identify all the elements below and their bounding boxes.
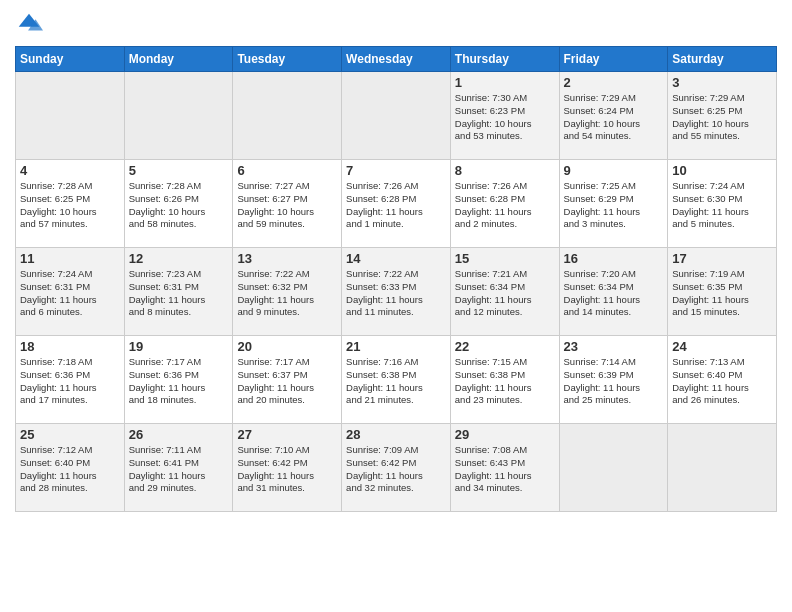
day-info: Sunrise: 7:26 AM Sunset: 6:28 PM Dayligh… [455,180,555,231]
day-number: 23 [564,339,664,354]
day-number: 5 [129,163,229,178]
calendar-cell: 5Sunrise: 7:28 AM Sunset: 6:26 PM Daylig… [124,160,233,248]
day-info: Sunrise: 7:17 AM Sunset: 6:37 PM Dayligh… [237,356,337,407]
day-number: 3 [672,75,772,90]
calendar-cell [124,72,233,160]
calendar: SundayMondayTuesdayWednesdayThursdayFrid… [15,46,777,512]
day-info: Sunrise: 7:08 AM Sunset: 6:43 PM Dayligh… [455,444,555,495]
calendar-cell: 20Sunrise: 7:17 AM Sunset: 6:37 PM Dayli… [233,336,342,424]
week-row-3: 11Sunrise: 7:24 AM Sunset: 6:31 PM Dayli… [16,248,777,336]
day-number: 8 [455,163,555,178]
day-info: Sunrise: 7:29 AM Sunset: 6:25 PM Dayligh… [672,92,772,143]
day-number: 4 [20,163,120,178]
calendar-cell [16,72,125,160]
day-header-row: SundayMondayTuesdayWednesdayThursdayFrid… [16,47,777,72]
day-number: 16 [564,251,664,266]
day-number: 27 [237,427,337,442]
calendar-cell: 10Sunrise: 7:24 AM Sunset: 6:30 PM Dayli… [668,160,777,248]
calendar-cell: 9Sunrise: 7:25 AM Sunset: 6:29 PM Daylig… [559,160,668,248]
week-row-4: 18Sunrise: 7:18 AM Sunset: 6:36 PM Dayli… [16,336,777,424]
calendar-cell: 28Sunrise: 7:09 AM Sunset: 6:42 PM Dayli… [342,424,451,512]
calendar-cell: 12Sunrise: 7:23 AM Sunset: 6:31 PM Dayli… [124,248,233,336]
day-header-wednesday: Wednesday [342,47,451,72]
calendar-cell: 26Sunrise: 7:11 AM Sunset: 6:41 PM Dayli… [124,424,233,512]
calendar-cell: 24Sunrise: 7:13 AM Sunset: 6:40 PM Dayli… [668,336,777,424]
day-number: 6 [237,163,337,178]
day-number: 1 [455,75,555,90]
day-number: 9 [564,163,664,178]
calendar-cell: 17Sunrise: 7:19 AM Sunset: 6:35 PM Dayli… [668,248,777,336]
day-info: Sunrise: 7:24 AM Sunset: 6:31 PM Dayligh… [20,268,120,319]
calendar-cell: 21Sunrise: 7:16 AM Sunset: 6:38 PM Dayli… [342,336,451,424]
day-number: 19 [129,339,229,354]
calendar-cell: 16Sunrise: 7:20 AM Sunset: 6:34 PM Dayli… [559,248,668,336]
day-header-saturday: Saturday [668,47,777,72]
day-info: Sunrise: 7:22 AM Sunset: 6:33 PM Dayligh… [346,268,446,319]
day-number: 18 [20,339,120,354]
calendar-cell: 22Sunrise: 7:15 AM Sunset: 6:38 PM Dayli… [450,336,559,424]
day-info: Sunrise: 7:18 AM Sunset: 6:36 PM Dayligh… [20,356,120,407]
week-row-1: 1Sunrise: 7:30 AM Sunset: 6:23 PM Daylig… [16,72,777,160]
week-row-2: 4Sunrise: 7:28 AM Sunset: 6:25 PM Daylig… [16,160,777,248]
day-number: 12 [129,251,229,266]
header [15,10,777,38]
calendar-cell: 11Sunrise: 7:24 AM Sunset: 6:31 PM Dayli… [16,248,125,336]
day-info: Sunrise: 7:15 AM Sunset: 6:38 PM Dayligh… [455,356,555,407]
day-number: 2 [564,75,664,90]
logo-icon [15,10,43,38]
calendar-cell [668,424,777,512]
calendar-cell [233,72,342,160]
day-info: Sunrise: 7:29 AM Sunset: 6:24 PM Dayligh… [564,92,664,143]
day-header-tuesday: Tuesday [233,47,342,72]
day-header-friday: Friday [559,47,668,72]
day-info: Sunrise: 7:26 AM Sunset: 6:28 PM Dayligh… [346,180,446,231]
day-info: Sunrise: 7:21 AM Sunset: 6:34 PM Dayligh… [455,268,555,319]
calendar-cell: 8Sunrise: 7:26 AM Sunset: 6:28 PM Daylig… [450,160,559,248]
page: SundayMondayTuesdayWednesdayThursdayFrid… [0,0,792,612]
day-number: 7 [346,163,446,178]
calendar-cell: 14Sunrise: 7:22 AM Sunset: 6:33 PM Dayli… [342,248,451,336]
calendar-cell: 27Sunrise: 7:10 AM Sunset: 6:42 PM Dayli… [233,424,342,512]
day-header-thursday: Thursday [450,47,559,72]
calendar-cell [559,424,668,512]
day-info: Sunrise: 7:25 AM Sunset: 6:29 PM Dayligh… [564,180,664,231]
logo [15,10,47,38]
day-info: Sunrise: 7:19 AM Sunset: 6:35 PM Dayligh… [672,268,772,319]
calendar-cell: 23Sunrise: 7:14 AM Sunset: 6:39 PM Dayli… [559,336,668,424]
day-number: 26 [129,427,229,442]
calendar-cell: 13Sunrise: 7:22 AM Sunset: 6:32 PM Dayli… [233,248,342,336]
day-info: Sunrise: 7:12 AM Sunset: 6:40 PM Dayligh… [20,444,120,495]
calendar-cell: 6Sunrise: 7:27 AM Sunset: 6:27 PM Daylig… [233,160,342,248]
day-info: Sunrise: 7:14 AM Sunset: 6:39 PM Dayligh… [564,356,664,407]
calendar-cell: 2Sunrise: 7:29 AM Sunset: 6:24 PM Daylig… [559,72,668,160]
day-info: Sunrise: 7:30 AM Sunset: 6:23 PM Dayligh… [455,92,555,143]
day-info: Sunrise: 7:24 AM Sunset: 6:30 PM Dayligh… [672,180,772,231]
calendar-cell: 3Sunrise: 7:29 AM Sunset: 6:25 PM Daylig… [668,72,777,160]
calendar-cell: 25Sunrise: 7:12 AM Sunset: 6:40 PM Dayli… [16,424,125,512]
day-header-sunday: Sunday [16,47,125,72]
day-number: 10 [672,163,772,178]
calendar-cell: 1Sunrise: 7:30 AM Sunset: 6:23 PM Daylig… [450,72,559,160]
day-number: 11 [20,251,120,266]
day-info: Sunrise: 7:11 AM Sunset: 6:41 PM Dayligh… [129,444,229,495]
day-info: Sunrise: 7:23 AM Sunset: 6:31 PM Dayligh… [129,268,229,319]
day-number: 28 [346,427,446,442]
calendar-cell [342,72,451,160]
day-info: Sunrise: 7:28 AM Sunset: 6:25 PM Dayligh… [20,180,120,231]
day-info: Sunrise: 7:27 AM Sunset: 6:27 PM Dayligh… [237,180,337,231]
calendar-cell: 4Sunrise: 7:28 AM Sunset: 6:25 PM Daylig… [16,160,125,248]
calendar-cell: 19Sunrise: 7:17 AM Sunset: 6:36 PM Dayli… [124,336,233,424]
day-number: 22 [455,339,555,354]
day-number: 20 [237,339,337,354]
day-info: Sunrise: 7:16 AM Sunset: 6:38 PM Dayligh… [346,356,446,407]
calendar-cell: 29Sunrise: 7:08 AM Sunset: 6:43 PM Dayli… [450,424,559,512]
day-info: Sunrise: 7:20 AM Sunset: 6:34 PM Dayligh… [564,268,664,319]
day-number: 21 [346,339,446,354]
day-info: Sunrise: 7:22 AM Sunset: 6:32 PM Dayligh… [237,268,337,319]
day-info: Sunrise: 7:13 AM Sunset: 6:40 PM Dayligh… [672,356,772,407]
day-number: 24 [672,339,772,354]
day-number: 15 [455,251,555,266]
day-info: Sunrise: 7:17 AM Sunset: 6:36 PM Dayligh… [129,356,229,407]
calendar-cell: 18Sunrise: 7:18 AM Sunset: 6:36 PM Dayli… [16,336,125,424]
day-number: 14 [346,251,446,266]
